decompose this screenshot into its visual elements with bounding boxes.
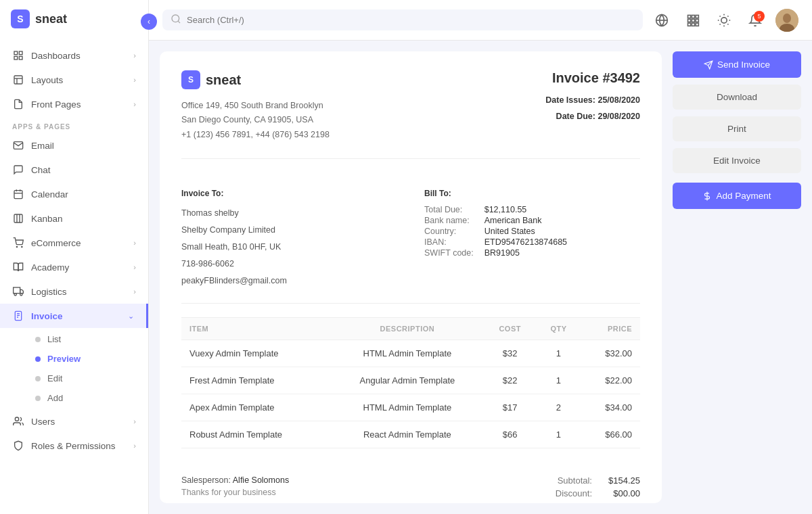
sidebar-item-chat[interactable]: Chat	[0, 158, 148, 182]
table-cell-qty: 1	[536, 421, 581, 448]
bill-field-value: ETD95476213874685	[484, 237, 640, 247]
total-value: $50.00	[608, 501, 640, 503]
apps-icon[interactable]	[682, 9, 704, 31]
sidebar-label-users: Users	[31, 417, 55, 427]
table-cell-cost: $66	[484, 421, 537, 448]
send-invoice-button[interactable]: Send Invoice	[673, 51, 801, 78]
chevron-icon: ›	[133, 76, 136, 84]
total-label: Discount:	[556, 488, 592, 498]
sidebar-item-front-pages[interactable]: Front Pages ›	[0, 92, 148, 116]
svg-rect-32	[688, 19, 691, 22]
table-header: PRICE	[581, 317, 640, 340]
globe-icon[interactable]	[651, 9, 673, 31]
add-payment-button[interactable]: Add Payment	[673, 183, 801, 209]
client-address: Small Heath, B10 0HF, UK	[181, 239, 397, 256]
svg-line-45	[720, 24, 721, 24]
table-cell-item: Apex Admin Template	[181, 394, 331, 421]
logo: S sneat	[0, 0, 148, 38]
topbar-icons: 5	[651, 9, 798, 32]
sub-item-label-add: Add	[47, 393, 63, 403]
svg-rect-37	[696, 23, 698, 26]
total-value: $00.00	[608, 488, 640, 498]
bill-field-value: BR91905	[484, 248, 640, 258]
sub-item-add[interactable]: Add	[27, 388, 148, 408]
sidebar-label-email: Email	[31, 141, 54, 151]
sidebar-label-chat: Chat	[31, 165, 51, 175]
ecommerce-icon	[12, 237, 24, 249]
bill-field-value: United States	[484, 227, 640, 236]
download-button[interactable]: Download	[673, 85, 801, 110]
sidebar: S sneat Dashboards › Layouts ›	[0, 0, 149, 514]
sidebar-item-dashboards[interactable]: Dashboards ›	[0, 43, 148, 68]
user-avatar[interactable]	[775, 9, 798, 32]
print-button[interactable]: Print	[673, 116, 801, 141]
footer-totals: Subtotal:$154.25Discount:$00.00Tax:$50.0…	[556, 475, 640, 503]
table-cell-qty: 1	[536, 367, 581, 394]
table-cell-price: $34.00	[581, 394, 640, 421]
company-info: S sneat Office 149, 450 South Brand Broo…	[181, 70, 330, 142]
svg-line-46	[727, 16, 728, 16]
table-header: DESCRIPTION	[331, 317, 484, 340]
sidebar-item-invoice[interactable]: Invoice ⌄	[0, 304, 148, 328]
thanks-note: Thanks for your business	[181, 488, 289, 497]
bill-to-label: Bill To:	[424, 189, 640, 198]
svg-line-26	[178, 21, 180, 23]
sub-item-preview[interactable]: Preview	[27, 349, 148, 369]
svg-rect-0	[14, 51, 18, 55]
sub-item-edit[interactable]: Edit	[27, 369, 148, 388]
users-icon	[12, 415, 24, 427]
company-logo-icon: S	[181, 70, 200, 89]
bill-field-label: SWIFT code:	[424, 248, 474, 258]
table-cell-price: $66.00	[581, 421, 640, 448]
edit-invoice-button[interactable]: Edit Invoice	[673, 148, 801, 173]
total-label: Subtotal:	[556, 475, 592, 486]
sidebar-label-academy: Academy	[31, 262, 69, 273]
search-box[interactable]	[162, 9, 643, 30]
bill-field-label: Total Due:	[424, 205, 474, 214]
sidebar-label-front-pages: Front Pages	[31, 99, 81, 110]
bill-to-block: Bill To: Total Due:$12,110.55Bank name:A…	[424, 189, 640, 289]
invoice-to-label: Invoice To:	[181, 189, 397, 198]
chevron-icon: ›	[133, 417, 136, 425]
table-header: QTY	[536, 317, 581, 340]
notifications-icon[interactable]: 5	[744, 9, 766, 31]
theme-icon[interactable]	[713, 9, 735, 31]
sidebar-item-layouts[interactable]: Layouts ›	[0, 68, 148, 92]
sidebar-item-calendar[interactable]: Calendar	[0, 182, 148, 206]
svg-marker-17	[20, 289, 24, 293]
sidebar-toggle-button[interactable]: ‹	[141, 14, 157, 30]
invoice-icon	[12, 310, 24, 322]
bill-field-value: $12,110.55	[484, 205, 640, 214]
svg-point-15	[22, 246, 22, 247]
sidebar-label-logistics: Logistics	[31, 287, 67, 297]
svg-rect-4	[14, 76, 22, 84]
sidebar-item-users[interactable]: Users ›	[0, 409, 148, 434]
calendar-icon	[12, 188, 24, 200]
svg-point-48	[783, 14, 791, 23]
svg-rect-11	[14, 214, 22, 223]
sidebar-label-kanban: Kanban	[31, 214, 63, 224]
sidebar-label-dashboards: Dashboards	[31, 51, 81, 61]
sub-item-label-list: List	[47, 334, 61, 344]
sidebar-item-academy[interactable]: Academy ›	[0, 255, 148, 279]
svg-rect-29	[688, 15, 691, 18]
sub-item-list[interactable]: List	[27, 329, 148, 349]
table-cell-item: Frest Admin Template	[181, 367, 331, 394]
sidebar-item-roles[interactable]: Roles & Permissions ›	[0, 434, 148, 458]
sidebar-label-ecommerce: eCommerce	[31, 238, 81, 248]
sidebar-item-logistics[interactable]: Logistics ›	[0, 279, 148, 304]
table-row: Apex Admin TemplateHTML Admin Template$1…	[181, 394, 640, 421]
svg-rect-30	[692, 15, 694, 18]
chevron-icon: ›	[133, 239, 136, 247]
table-cell-cost: $32	[484, 340, 537, 367]
salesperson-info: Salesperson: Alfie Solomons	[181, 475, 289, 485]
sidebar-item-email[interactable]: Email	[0, 133, 148, 158]
sidebar-item-ecommerce[interactable]: eCommerce ›	[0, 231, 148, 255]
company-logo: S sneat	[181, 70, 330, 89]
search-input[interactable]	[187, 15, 635, 25]
svg-point-38	[721, 17, 727, 22]
table-cell-item: Vuexy Admin Template	[181, 340, 331, 367]
svg-rect-31	[696, 15, 698, 18]
table-cell-qty: 2	[536, 394, 581, 421]
sidebar-item-kanban[interactable]: Kanban	[0, 206, 148, 231]
